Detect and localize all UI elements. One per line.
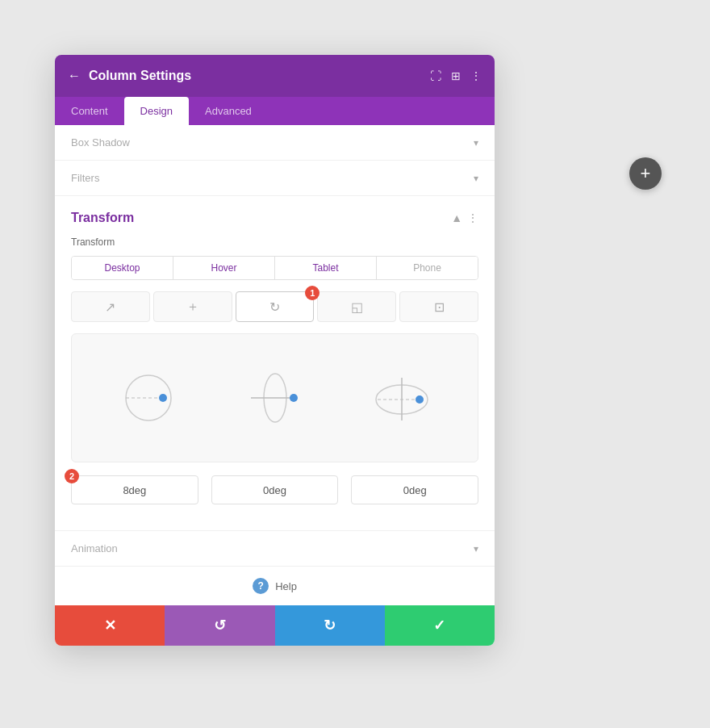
save-icon: ✓	[433, 617, 445, 634]
tabs-bar: Content Design Advanced	[55, 97, 495, 125]
fab-button[interactable]: +	[629, 157, 662, 190]
animation-chevron: ▾	[474, 543, 478, 554]
animation-label: Animation	[71, 542, 118, 554]
undo-button[interactable]: ↺	[165, 605, 274, 646]
panel-title: Column Settings	[89, 69, 191, 83]
filters-chevron: ▾	[474, 173, 478, 184]
skew-icon: ◱	[351, 299, 363, 315]
tab-design[interactable]: Design	[124, 97, 189, 125]
degree-badge: 2	[65, 469, 79, 483]
redo-button[interactable]: ↻	[275, 605, 385, 646]
filters-label: Filters	[71, 172, 99, 184]
undo-icon: ↺	[214, 617, 226, 634]
rotate-visual-item	[116, 366, 181, 430]
degree-input-y-wrap	[211, 475, 339, 504]
transform-sub-label: Transform	[71, 236, 478, 248]
panel-header: ← Column Settings ⛶ ⊞ ⋮	[55, 55, 495, 97]
expand-icon[interactable]: ⛶	[430, 69, 441, 82]
svg-point-9	[416, 395, 424, 404]
degree-input-z-wrap	[351, 475, 478, 504]
transform-section: Transform ▲ ⋮ Transform Desktop Hover Ta…	[55, 196, 495, 530]
tool-skew[interactable]: ◱	[317, 291, 396, 322]
tab-content[interactable]: Content	[55, 97, 124, 125]
scale-visual-item	[243, 366, 307, 430]
transform-collapse-icon[interactable]: ▲	[451, 211, 462, 224]
degree-input-y[interactable]	[211, 475, 339, 504]
help-bar[interactable]: ? Help	[55, 566, 495, 605]
svg-point-5	[290, 394, 298, 402]
animation-section[interactable]: Animation ▾	[55, 530, 495, 566]
degree-inputs: 2	[71, 475, 478, 504]
transform-tools: ↗ ＋ ↻ 1 ◱ ⊡	[71, 291, 478, 322]
tab-advanced[interactable]: Advanced	[189, 97, 268, 125]
plus-icon: ＋	[186, 299, 199, 316]
degree-input-z[interactable]	[351, 475, 478, 504]
help-text: Help	[275, 580, 297, 592]
panel-body: Box Shadow ▾ Filters ▾ Transform ▲ ⋮ Tra…	[55, 125, 495, 605]
scale-icon: ⊡	[434, 299, 445, 315]
tool-scale[interactable]: ⊡	[399, 291, 478, 322]
back-icon[interactable]: ←	[68, 69, 81, 83]
device-tab-hover[interactable]: Hover	[173, 257, 275, 279]
columns-icon[interactable]: ⊞	[451, 69, 461, 82]
device-tabs: Desktop Hover Tablet Phone	[71, 256, 478, 280]
move-icon: ↗	[105, 299, 115, 315]
fab-icon: +	[641, 163, 651, 184]
box-shadow-section[interactable]: Box Shadow ▾	[55, 125, 495, 161]
transform-visual	[71, 333, 478, 462]
cancel-icon: ✕	[104, 617, 116, 634]
transform-more-icon[interactable]: ⋮	[467, 211, 478, 224]
degree-input-x[interactable]	[71, 475, 198, 504]
tool-add[interactable]: ＋	[153, 291, 232, 322]
transform-actions: ▲ ⋮	[451, 211, 478, 224]
save-button[interactable]: ✓	[385, 605, 495, 646]
rotate-icon: ↻	[269, 299, 280, 315]
transform-title: Transform	[71, 211, 134, 225]
degree-input-x-wrap: 2	[71, 475, 198, 504]
box-shadow-chevron: ▾	[474, 137, 478, 149]
device-tab-tablet[interactable]: Tablet	[275, 257, 377, 279]
more-icon[interactable]: ⋮	[470, 69, 482, 82]
translate-visual-item	[370, 366, 434, 430]
tool-move[interactable]: ↗	[71, 291, 150, 322]
box-shadow-label: Box Shadow	[71, 136, 130, 149]
device-tab-phone[interactable]: Phone	[377, 257, 478, 279]
help-icon: ?	[253, 578, 269, 594]
svg-point-2	[159, 394, 167, 402]
redo-icon: ↻	[324, 617, 336, 634]
transform-header: Transform ▲ ⋮	[71, 211, 478, 225]
filters-section[interactable]: Filters ▾	[55, 161, 495, 196]
cancel-button[interactable]: ✕	[55, 605, 165, 646]
column-settings-panel: ← Column Settings ⛶ ⊞ ⋮ Content Design A…	[55, 55, 495, 646]
device-tab-desktop[interactable]: Desktop	[72, 257, 173, 279]
tool-rotate[interactable]: ↻ 1	[236, 291, 315, 322]
header-actions: ⛶ ⊞ ⋮	[430, 69, 482, 82]
header-left: ← Column Settings	[68, 69, 191, 83]
bottom-bar: ✕ ↺ ↻ ✓	[55, 605, 495, 646]
